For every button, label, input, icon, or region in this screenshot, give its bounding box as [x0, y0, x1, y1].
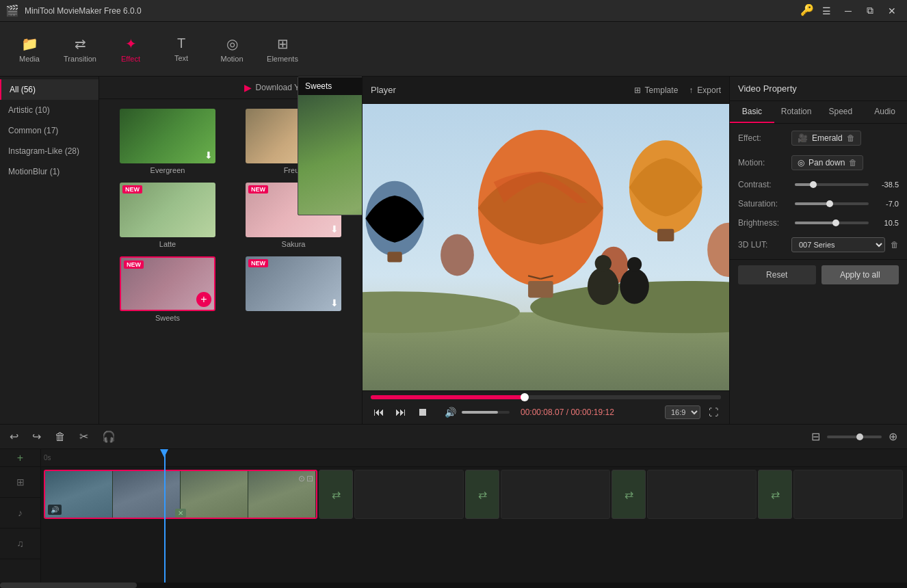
transition-slot-3[interactable]: ⇄ [612, 470, 646, 519]
empty-clip-2 [501, 470, 610, 519]
add-effect-btn[interactable]: + [196, 292, 211, 307]
zoom-out-btn[interactable]: ⊟ [807, 427, 824, 446]
add-media-icon[interactable]: + [0, 449, 40, 467]
audio-track-row [41, 522, 907, 546]
tab-rotation[interactable]: Rotation [774, 101, 819, 123]
svg-point-25 [627, 257, 642, 271]
video-property-panel: Video Property Basic Rotation Speed Audi… [729, 77, 907, 424]
zoom-controls: ⊟ ⊕ [807, 427, 902, 446]
saturation-label: Saturation: [738, 199, 789, 209]
video-clip[interactable]: ⊙ ⊡ 🔊 ✕ [44, 470, 317, 519]
tab-audio[interactable]: Audio [863, 101, 907, 123]
saturation-fill [795, 202, 830, 205]
zoom-in-btn[interactable]: ⊕ [884, 427, 902, 446]
tab-speed[interactable]: Speed [819, 101, 863, 123]
motion-delete-btn[interactable]: 🗑 [849, 158, 857, 168]
progress-bar[interactable] [371, 395, 721, 399]
volume-btn[interactable]: 🔊 [442, 405, 459, 419]
undo-btn[interactable]: ↩ [5, 427, 23, 446]
category-all[interactable]: All (56) [0, 79, 98, 100]
template-btn[interactable]: ⊞ Template [634, 85, 679, 95]
tool-text[interactable]: T Text [157, 27, 205, 71]
category-motionblur[interactable]: MotionBlur (1) [0, 161, 98, 182]
saturation-thumb [826, 200, 833, 207]
svg-rect-10 [528, 281, 553, 297]
contrast-thumb [810, 181, 817, 188]
effect-misc[interactable]: NEW ⬇ [231, 252, 356, 326]
stop-btn[interactable]: ⏹ [415, 405, 431, 420]
tab-basic[interactable]: Basic [730, 101, 774, 123]
tool-transition[interactable]: ⇄ Transition [56, 27, 104, 71]
transition-slot-4[interactable]: ⇄ [758, 470, 792, 519]
rewind-btn[interactable]: ⏮ [371, 405, 387, 420]
aspect-ratio-select[interactable]: 16:9 9:16 1:1 4:3 [665, 405, 700, 419]
saturation-slider[interactable] [795, 202, 869, 205]
restore-button[interactable]: ⧉ [860, 3, 880, 18]
effect-latte[interactable]: NEW Latte [105, 178, 231, 252]
prop-title: Video Property [730, 77, 907, 101]
zoom-slider[interactable] [827, 436, 882, 438]
transition-slot-1[interactable]: ⇄ [319, 470, 353, 519]
tool-motion[interactable]: ◎ Motion [208, 27, 256, 71]
volume-fill [462, 411, 498, 414]
apply-all-btn[interactable]: Apply to all [821, 265, 899, 284]
category-list: All (56) Artistic (10) Common (17) Insta… [0, 77, 99, 424]
new-badge: NEW [122, 185, 142, 193]
volume-badge: 🔊 [48, 505, 62, 515]
category-common[interactable]: Common (17) [0, 120, 98, 141]
motion-chip-value: Pan down [809, 158, 845, 168]
sweets-tooltip-title: Sweets [298, 77, 362, 95]
svg-point-24 [620, 269, 649, 304]
effect-sweets[interactable]: NEW + Sweets [105, 252, 231, 326]
control-row: ⏮ ⏭ ⏹ 🔊 00:00:08.07 / 00:00:19:12 [371, 405, 721, 420]
saturation-value: -7.0 [874, 200, 899, 208]
timeline-cursor[interactable] [164, 449, 166, 583]
effect-latte-thumb: NEW [120, 183, 215, 237]
effects-panel: All (56) Artistic (10) Common (17) Insta… [0, 77, 363, 424]
cut-btn[interactable]: ✂ [75, 427, 92, 446]
category-instagram[interactable]: Instagram-Like (28) [0, 141, 98, 161]
youtube-icon: ▶ [244, 82, 252, 93]
reset-btn[interactable]: Reset [738, 265, 816, 284]
sweets-tooltip-image [298, 95, 362, 215]
tool-effect[interactable]: ✦ Effect [107, 27, 155, 71]
brightness-fill [795, 222, 836, 224]
redo-btn[interactable]: ↪ [28, 427, 45, 446]
svg-rect-14 [657, 229, 674, 241]
clip-overlay: 🔊 [48, 505, 62, 515]
export-btn[interactable]: ↑ Export [689, 85, 721, 95]
volume-slider[interactable] [462, 411, 510, 414]
timeline-tracks: ⊙ ⊡ 🔊 ✕ ⇄ ⇄ [41, 467, 907, 570]
transition-slot-2[interactable]: ⇄ [465, 470, 499, 519]
skip-forward-btn[interactable]: ⏭ [393, 405, 409, 420]
contrast-slider[interactable] [795, 183, 869, 186]
audio-btn[interactable]: 🎧 [98, 427, 120, 446]
timeline-body: + ⊞ ♪ ♫ 0s [0, 449, 907, 583]
contrast-label: Contrast: [738, 180, 789, 189]
category-artistic[interactable]: Artistic (10) [0, 100, 98, 120]
effect-evergreen[interactable]: ⬇ Evergreen [105, 105, 231, 178]
lut-delete-btn[interactable]: 🗑 [891, 240, 899, 250]
cursor-head [160, 449, 168, 457]
delete-btn[interactable]: 🗑 [51, 428, 70, 446]
menu-button[interactable]: ☰ [817, 3, 836, 18]
minimize-button[interactable]: ─ [839, 3, 858, 18]
brightness-label: Brightness: [738, 218, 789, 228]
contrast-value: -38.5 [874, 181, 899, 189]
effects-inner: All (56) Artistic (10) Common (17) Insta… [0, 77, 362, 424]
timeline-main: 0s [41, 449, 907, 583]
motion-chip: ◎ Pan down 🗑 [791, 155, 863, 170]
lut-label: 3D LUT: [738, 240, 786, 250]
effect-chip-icon: 🎥 [798, 133, 808, 143]
tool-media[interactable]: 📁 Media [5, 27, 53, 71]
player-canvas [363, 104, 729, 390]
timeline-scrollbar[interactable] [0, 583, 907, 588]
x-badge[interactable]: ✕ [175, 509, 186, 518]
close-button[interactable]: ✕ [882, 3, 902, 18]
brightness-slider[interactable] [795, 222, 869, 224]
lut-select[interactable]: 007 Series Vintage Cool Blue Warm Gold [791, 237, 885, 252]
motion-chip-icon: ◎ [798, 158, 804, 168]
tool-elements[interactable]: ⊞ Elements [259, 27, 306, 71]
fullscreen-btn[interactable]: ⛶ [706, 405, 721, 419]
effect-delete-btn[interactable]: 🗑 [847, 133, 855, 143]
